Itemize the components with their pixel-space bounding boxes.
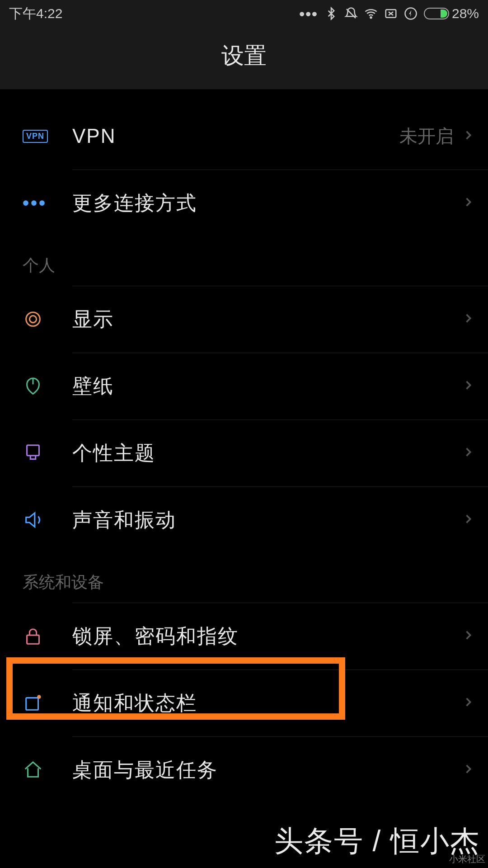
svg-rect-7 [26,698,38,710]
lock-icon [23,626,72,646]
row-label: 锁屏、密码和指纹 [72,623,462,650]
status-icons: ••• 28% [299,5,479,23]
row-theme[interactable]: 个性主题 [0,420,488,486]
row-notification[interactable]: 通知和状态栏 [0,670,488,736]
row-label: 通知和状态栏 [72,690,462,717]
section-system: 系统和设备 [0,553,488,603]
row-label: 显示 [72,306,462,333]
svg-point-4 [29,316,36,322]
svg-point-3 [26,312,40,326]
page-title: 设置 [0,27,488,89]
display-icon [23,309,72,330]
row-label: 桌面与最近任务 [72,757,462,783]
chevron-right-icon [462,696,474,710]
svg-point-8 [37,695,41,698]
chevron-right-icon [462,196,474,210]
more-icon: ••• [299,5,318,23]
watermark-small: 小米社区 [449,853,485,865]
battery-icon: 28% [424,6,479,21]
row-value: 未开启 [399,124,454,149]
row-label: 声音和振动 [72,507,462,533]
chevron-right-icon [462,763,474,777]
no-sim-icon [384,7,398,20]
wifi-icon [364,7,378,20]
section-personal: 个人 [0,236,488,286]
row-label: 个性主题 [72,440,462,467]
row-wallpaper[interactable]: 壁纸 [0,353,488,420]
status-time: 下午4:22 [9,5,62,23]
charging-icon [404,7,418,20]
row-label: VPN [72,125,399,147]
row-label: 更多连接方式 [72,190,462,217]
row-sound[interactable]: 声音和振动 [0,486,488,553]
chevron-right-icon [462,129,474,143]
row-display[interactable]: 显示 [0,286,488,353]
svg-rect-6 [27,635,39,644]
vpn-icon: VPN [23,130,72,143]
row-vpn[interactable]: VPN VPN 未开启 [0,103,488,170]
status-bar: 下午4:22 ••• 28% [0,0,488,27]
sound-icon [23,509,72,530]
divider [0,89,488,103]
row-more-connections[interactable]: ••• 更多连接方式 [0,170,488,236]
more-connections-icon: ••• [23,193,72,213]
notification-icon [23,693,72,713]
bluetooth-icon [324,7,338,20]
settings-list[interactable]: VPN VPN 未开启 ••• 更多连接方式 个人 显示 壁纸 个性主题 声音和… [0,89,488,803]
chevron-right-icon [462,629,474,643]
theme-icon [23,443,72,463]
row-label: 壁纸 [72,373,462,400]
row-lockscreen[interactable]: 锁屏、密码和指纹 [0,603,488,670]
wallpaper-icon [23,376,72,396]
row-desktop[interactable]: 桌面与最近任务 [0,736,488,803]
dnd-icon [344,7,358,20]
chevron-right-icon [462,379,474,393]
home-icon [23,760,72,780]
svg-rect-5 [27,445,39,456]
svg-point-0 [370,17,371,18]
chevron-right-icon [462,513,474,527]
chevron-right-icon [462,312,474,326]
chevron-right-icon [462,446,474,460]
battery-percent: 28% [452,6,479,21]
